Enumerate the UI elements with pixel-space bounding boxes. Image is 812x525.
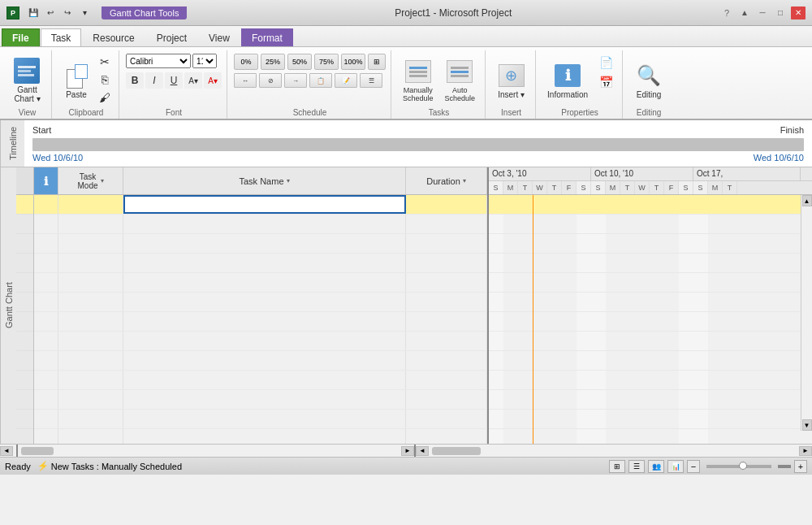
td-duration-11[interactable] xyxy=(406,390,487,409)
td-duration-13[interactable] xyxy=(406,429,487,444)
underline-button[interactable]: U xyxy=(165,72,183,89)
restore-button[interactable]: □ xyxy=(773,7,788,20)
td-mode-11[interactable] xyxy=(58,390,123,409)
gantt-chart-button[interactable]: GanttChart ▾ xyxy=(9,54,45,107)
respect-links-button[interactable]: ↔ xyxy=(234,73,257,88)
table-row[interactable] xyxy=(34,215,487,234)
bold-button[interactable]: B xyxy=(126,72,144,89)
scroll-right-task-button[interactable]: ► xyxy=(401,446,414,456)
gantt-view-button[interactable]: ⊞ xyxy=(609,460,625,473)
move-button[interactable]: → xyxy=(284,73,307,88)
td-duration-3[interactable] xyxy=(406,234,487,253)
table-row[interactable] xyxy=(34,273,487,293)
tab-project[interactable]: Project xyxy=(146,28,197,46)
td-name-8[interactable] xyxy=(123,332,406,350)
percent-100-button[interactable]: 100% xyxy=(341,54,365,70)
td-name-4[interactable] xyxy=(123,254,406,272)
td-name-11[interactable] xyxy=(123,390,406,409)
scroll-up-button[interactable]: ▲ xyxy=(802,195,812,206)
td-mode-10[interactable] xyxy=(58,371,123,389)
scroll-right-gantt-button[interactable]: ► xyxy=(799,446,812,456)
table-row[interactable] xyxy=(34,312,487,332)
percent-50-button[interactable]: 50% xyxy=(287,54,312,70)
zoom-slider[interactable] xyxy=(706,465,771,468)
tab-file[interactable]: File xyxy=(2,28,40,46)
customize-quick-access-button[interactable]: ▾ xyxy=(77,6,92,20)
scroll-down-button[interactable]: ▼ xyxy=(802,419,812,431)
cut-button[interactable]: ✂ xyxy=(96,54,114,70)
inactivate-task-button[interactable]: ⊘ xyxy=(259,73,282,88)
zoom-in-button[interactable]: + xyxy=(794,460,807,473)
td-duration-5[interactable] xyxy=(406,273,487,292)
td-name-5[interactable] xyxy=(123,273,406,292)
td-name-7[interactable] xyxy=(123,312,406,331)
percent-0-button[interactable]: 0% xyxy=(234,54,258,70)
help-button[interactable]: ? xyxy=(719,6,734,20)
save-button[interactable]: 💾 xyxy=(26,6,41,20)
td-duration-4[interactable] xyxy=(406,254,487,272)
td-name-3[interactable] xyxy=(123,234,406,253)
table-row[interactable] xyxy=(34,332,487,351)
td-name-2[interactable] xyxy=(123,215,406,233)
td-name-9[interactable] xyxy=(123,351,406,370)
tab-view[interactable]: View xyxy=(198,28,240,46)
tab-format[interactable]: Format xyxy=(241,28,293,46)
table-row[interactable] xyxy=(34,254,487,273)
details-small-button[interactable]: 📄 xyxy=(594,54,617,72)
editing-button[interactable]: 🔍 Editing xyxy=(631,54,667,107)
zoom-out-button[interactable]: − xyxy=(687,460,700,473)
gantt-horizontal-scrollbar[interactable]: ◄ ► xyxy=(416,445,812,457)
td-name-12[interactable] xyxy=(123,410,406,428)
vertical-scrollbar[interactable]: ▲ ▼ xyxy=(801,195,812,431)
td-mode-12[interactable] xyxy=(58,410,123,428)
percent-25-button[interactable]: 25% xyxy=(261,54,285,70)
table-row[interactable] xyxy=(34,390,487,410)
percent-75-button[interactable]: 75% xyxy=(314,54,339,70)
scroll-left-gantt-button[interactable]: ◄ xyxy=(416,446,429,456)
td-duration-9[interactable] xyxy=(406,351,487,370)
close-button[interactable]: ✕ xyxy=(791,7,806,20)
td-mode-7[interactable] xyxy=(58,312,123,331)
td-duration-10[interactable] xyxy=(406,371,487,389)
notes-button[interactable]: 📝 xyxy=(335,73,357,88)
table-row[interactable] xyxy=(34,429,487,444)
table-row[interactable] xyxy=(34,371,487,390)
td-mode-6[interactable] xyxy=(58,293,123,311)
td-mode-13[interactable] xyxy=(58,429,123,444)
task-mode-button[interactable]: 📋 xyxy=(309,73,332,88)
font-family-select[interactable]: Calibri Arial xyxy=(126,54,191,68)
insert-button[interactable]: ⊕ Insert ▾ xyxy=(493,54,529,107)
redo-button[interactable]: ↪ xyxy=(60,6,75,20)
td-mode-4[interactable] xyxy=(58,254,123,272)
td-duration-8[interactable] xyxy=(406,332,487,350)
td-name-10[interactable] xyxy=(123,371,406,389)
more-options-button[interactable]: ⊞ xyxy=(368,54,386,70)
td-mode-1[interactable] xyxy=(58,195,123,214)
tab-task[interactable]: Task xyxy=(41,28,82,46)
minimize-button[interactable]: ─ xyxy=(755,7,770,20)
td-duration-12[interactable] xyxy=(406,410,487,428)
table-row[interactable] xyxy=(34,410,487,429)
ribbon-toggle-button[interactable]: ▲ xyxy=(737,7,752,20)
paste-button[interactable]: Paste xyxy=(58,54,94,107)
task-scroll-track[interactable]: ► xyxy=(18,445,416,457)
td-mode-3[interactable] xyxy=(58,234,123,253)
resource-sheet-view-button[interactable]: 👥 xyxy=(648,460,664,473)
td-duration-7[interactable] xyxy=(406,312,487,331)
td-mode-8[interactable] xyxy=(58,332,123,350)
task-sheet-view-button[interactable]: ☰ xyxy=(628,460,645,473)
tracking-view-button[interactable]: 📊 xyxy=(667,460,684,473)
font-color-button[interactable]: A▾ xyxy=(204,72,222,89)
italic-button[interactable]: I xyxy=(145,72,163,89)
scroll-left-task-button[interactable]: ◄ xyxy=(0,446,13,456)
td-name-6[interactable] xyxy=(123,293,406,311)
task-horizontal-scrollbar[interactable]: ◄ xyxy=(0,445,18,457)
table-row[interactable] xyxy=(34,195,487,215)
auto-schedule-button[interactable]: AutoSchedule xyxy=(440,54,481,107)
information-button[interactable]: ℹ Information xyxy=(542,54,593,107)
copy-button[interactable]: ⎘ xyxy=(96,72,114,88)
table-row[interactable] xyxy=(34,351,487,371)
td-name-13[interactable] xyxy=(123,429,406,444)
undo-button[interactable]: ↩ xyxy=(43,6,58,20)
td-mode-2[interactable] xyxy=(58,215,123,233)
